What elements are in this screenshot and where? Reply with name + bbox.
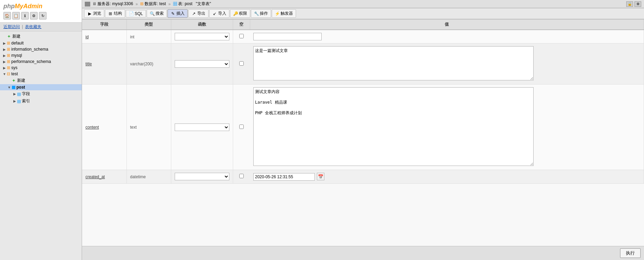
null-checkbox-title[interactable] (239, 61, 244, 66)
sql-button[interactable]: 📄 SQL (126, 10, 146, 17)
export-button[interactable]: ↗ 导出 (188, 9, 209, 18)
func-select-created-at[interactable] (175, 173, 229, 180)
field-null-created-at (233, 170, 250, 184)
field-name-created-at: created_at (82, 170, 126, 184)
sidebar: phpMyAdmin 🏠 📋 ℹ ⚙ ↻ 近期访问 | 表收藏夹 ＋ 新建 ▶ … (0, 0, 82, 260)
sidebar-item-post[interactable]: ▼ ▦ post (0, 84, 82, 90)
value-input-id[interactable] (253, 33, 322, 40)
field-func-title (171, 43, 233, 84)
sidebar-item-indexes[interactable]: ▶ ▤ 索引 (0, 98, 82, 105)
header-function: 函数 (171, 20, 233, 30)
new-test-icon: ＋ (12, 78, 16, 83)
insert-button[interactable]: ✎ 插入 (167, 9, 188, 18)
main-panel: 🖥 服务器: mysql:3306 » ⊞ 数据库: test » ▦ 表: p… (82, 0, 644, 260)
func-select-content[interactable] (175, 124, 229, 131)
field-null-title (233, 43, 250, 84)
privileges-button[interactable]: 🔑 权限 (230, 9, 250, 18)
sidebar-item-new-test[interactable]: ＋ 新建 (0, 77, 82, 84)
sidebar-item-performance-schema[interactable]: ▶ ⊞ performance_schema (0, 58, 82, 65)
db-breadcrumb: ⊞ 数据库: test (140, 1, 166, 7)
server-breadcrumb: 🖥 服务器: mysql:3306 (92, 1, 133, 7)
footer: 执行 (82, 246, 644, 260)
app-logo: phpMyAdmin (3, 3, 78, 10)
sidebar-item-sys[interactable]: ▶ ⊞ sys (0, 65, 82, 71)
page-title: "文章表" (196, 1, 211, 7)
field-func-content (171, 84, 233, 170)
value-textarea-title[interactable]: 这是一篇测试文章 (253, 46, 534, 80)
field-type-label: int (130, 35, 135, 39)
expand-icon: ▶ (2, 54, 7, 57)
sidebar-item-information-schema[interactable]: ▶ ⊞ information_schema (0, 46, 82, 52)
triggers-button[interactable]: ⚡ 触发器 (272, 9, 296, 18)
field-type-id: int (126, 30, 171, 43)
info-icon-btn[interactable]: ℹ (21, 12, 29, 20)
field-name-label: content (85, 125, 99, 130)
expand-icon: ▶ (2, 48, 7, 51)
logo-php: php (3, 3, 15, 10)
expand-icon: ▼ (2, 72, 7, 76)
bookmarks-link[interactable]: 表收藏夹 (25, 24, 41, 30)
sidebar-item-mysql[interactable]: ▶ ⊞ mysql (0, 52, 82, 58)
sidebar-item-label: 字段 (22, 91, 30, 97)
structure-icon: ⊞ (108, 11, 113, 16)
calendar-icon-btn[interactable]: 📅 (317, 173, 324, 180)
home-icon-btn[interactable]: 🏠 (3, 12, 11, 20)
table-row: content text 测试文章内容 Laravel 精品课 (82, 84, 644, 170)
field-type-label: varchar(200) (130, 62, 153, 66)
lock-icon-btn[interactable]: 🔒 (626, 1, 633, 7)
sidebar-item-fields[interactable]: ▶ ▤ 字段 (0, 90, 82, 98)
null-checkbox-id[interactable] (239, 34, 244, 38)
null-checkbox-created-at[interactable] (239, 174, 244, 178)
import-button[interactable]: ↙ 导入 (209, 9, 229, 18)
sidebar-item-label: 新建 (17, 78, 25, 83)
settings-icon-btn[interactable]: ⚙ (634, 1, 641, 7)
sidebar-item-default[interactable]: ▶ ⊞ default (0, 40, 82, 46)
expand-icon: ▶ (12, 99, 17, 103)
window-icon (85, 2, 90, 6)
field-null-content (233, 84, 250, 170)
insert-label: 插入 (176, 11, 185, 16)
breadcrumb-sep2: » (168, 2, 171, 6)
structure-button[interactable]: ⊞ 结构 (105, 9, 125, 18)
value-input-created-at[interactable] (253, 173, 315, 181)
sidebar-item-label: sys (11, 65, 17, 70)
field-type-content: text (126, 84, 171, 170)
field-name-id: id (82, 30, 126, 43)
search-button[interactable]: 🔍 搜索 (147, 9, 167, 18)
breadcrumb-sep1: » (135, 2, 138, 6)
db-breadcrumb-icon: ⊞ (140, 1, 144, 6)
browse-button[interactable]: ▶ 浏览 (84, 9, 104, 18)
sql-label: SQL (135, 11, 143, 16)
sidebar-item-new-top[interactable]: ＋ 新建 (0, 33, 82, 40)
db-icon-default: ⊞ (7, 41, 10, 46)
table-breadcrumb: ▦ 表: post (173, 1, 192, 7)
execute-button[interactable]: 执行 (620, 248, 641, 258)
search-icon: 🔍 (150, 11, 155, 16)
null-checkbox-content[interactable] (239, 125, 244, 129)
table-icon-post: ▦ (12, 85, 15, 90)
structure-label: 结构 (114, 11, 122, 16)
value-textarea-content[interactable]: 测试文章内容 Laravel 精品课 PHP 全栈工程师养成计划 (253, 87, 534, 166)
func-select-title[interactable] (175, 60, 229, 68)
sidebar-item-label: information_schema (11, 47, 48, 52)
func-select-id[interactable] (175, 33, 229, 40)
operations-button[interactable]: 🔧 操作 (251, 9, 271, 18)
sql-icon: 📄 (129, 11, 134, 16)
field-name-label: id (85, 35, 89, 39)
settings-icon-btn[interactable]: ⚙ (30, 12, 38, 20)
field-value-title: 这是一篇测试文章 (250, 43, 644, 84)
db-icon-test: ⊟ (7, 72, 10, 76)
indexes-icon: ▤ (17, 99, 21, 104)
recent-link[interactable]: 近期访问 (3, 24, 20, 30)
refresh-icon-btn[interactable]: ↻ (39, 12, 46, 20)
insert-form-content: 字段 类型 函数 空 值 id int (82, 20, 644, 246)
sql-icon-btn[interactable]: 📋 (12, 12, 20, 20)
field-name-label: created_at (85, 174, 105, 179)
browse-label: 浏览 (93, 11, 101, 16)
field-name-title: title (82, 43, 126, 84)
sidebar-icon-row: 🏠 📋 ℹ ⚙ ↻ (3, 12, 78, 20)
header-type: 类型 (126, 20, 171, 30)
table-label: 表: post (178, 1, 192, 6)
field-value-created-at: 📅 (250, 170, 644, 184)
sidebar-item-test[interactable]: ▼ ⊟ test (0, 71, 82, 77)
